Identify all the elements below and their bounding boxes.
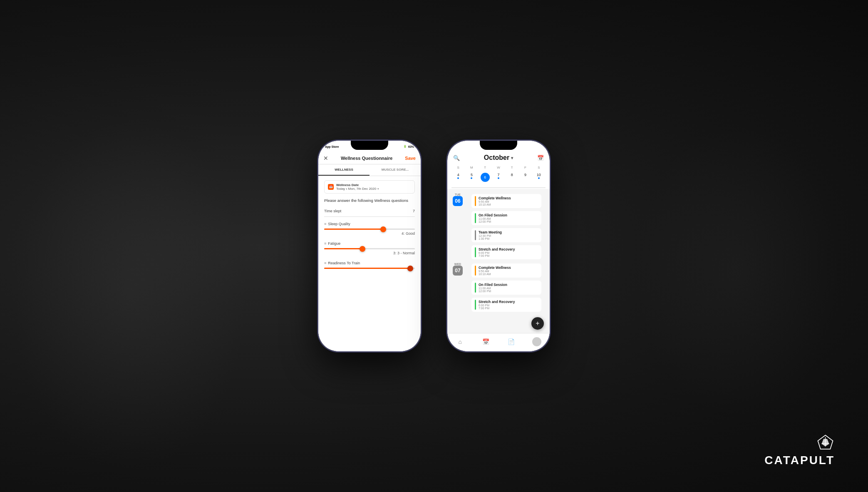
- weekday-s1: S: [451, 165, 465, 170]
- battery-label: 63%: [408, 145, 414, 148]
- tue-events: Complete Wellness 9:50 AM 10:10 AM On Fi…: [467, 193, 546, 260]
- weekday-t1: T: [479, 165, 492, 170]
- month-title: October ▾: [484, 154, 513, 162]
- day-badge-tue: TUE 06: [451, 193, 464, 206]
- fatigue-icon: ≡: [324, 241, 326, 246]
- close-button[interactable]: ✕: [323, 155, 328, 162]
- readiness-slider[interactable]: ≡ Readiness To Train: [324, 261, 415, 269]
- weekday-w: W: [492, 165, 505, 170]
- tab-muscle-soreness[interactable]: MUSCLE SORE...: [370, 164, 421, 176]
- dot-10: [538, 177, 540, 179]
- date-7[interactable]: 7: [492, 172, 505, 185]
- event-content-6: On Filed Session 11:00 AM 12:00 PM: [479, 283, 538, 293]
- event-group-wed: WED 07 Complete Wellness 9:50 AM 10:10 A…: [447, 261, 550, 313]
- profile-avatar: [532, 337, 541, 346]
- event-content-5: Complete Wellness 9:50 AM 10:10 AM: [479, 266, 538, 276]
- wellness-tabs: WELLNESS MUSCLE SORE...: [318, 164, 421, 176]
- date-section[interactable]: 📅 Wellness Date Today • Mon, 7th Dec 202…: [324, 180, 415, 194]
- right-phone: 🔍 October ▾ 📅 S M T W T F S 4: [446, 140, 551, 352]
- event-stretch-2[interactable]: Stretch and Recovery 6:00 PM 7:00 PM: [471, 298, 541, 312]
- content-area: App Store 11:41 🔋 63% ✕ Wellness Questio…: [0, 0, 868, 492]
- event-bar-3: [475, 230, 476, 240]
- event-bar-7: [475, 300, 476, 310]
- home-icon: ⌂: [459, 338, 462, 345]
- readiness-label: Readiness To Train: [328, 261, 360, 265]
- day-badge-wed: WED 07: [451, 263, 464, 276]
- weekday-s2: S: [532, 165, 546, 170]
- day-num-tue: 06: [453, 196, 463, 206]
- phone-notch-left: [351, 141, 388, 150]
- weekday-m: M: [465, 165, 478, 170]
- status-icons-left: 🔋 63%: [403, 145, 414, 148]
- month-label: October: [484, 154, 509, 162]
- bottom-nav: ⌂ 📅 📄: [447, 333, 550, 351]
- wellness-body: 📅 Wellness Date Today • Mon, 7th Dec 202…: [318, 176, 421, 351]
- date-8[interactable]: 8: [505, 172, 518, 185]
- time-slept-field: Time slept 7: [324, 209, 415, 217]
- fatigue-label-row: ≡ Fatigue: [324, 241, 415, 246]
- event-bar-6: [475, 283, 476, 293]
- time-slept-label: Time slept: [324, 209, 341, 213]
- readiness-label-row: ≡ Readiness To Train: [324, 261, 415, 265]
- readiness-fill: [324, 268, 410, 269]
- calendar-separator: [451, 187, 546, 188]
- nav-documents[interactable]: 📄: [506, 336, 517, 348]
- sleep-quality-label: Sleep Quality: [328, 222, 350, 226]
- date-value: Today • Mon, 7th Dec 2020 ▾: [336, 187, 379, 191]
- wellness-question: Please answer the following Wellness que…: [324, 198, 415, 203]
- battery-icon: 🔋: [403, 145, 407, 148]
- event-content-3: Team Meeting 12:30 PM 1:30 PM: [479, 230, 538, 240]
- event-complete-wellness-1[interactable]: Complete Wellness 9:50 AM 10:10 AM: [471, 194, 541, 208]
- sleep-quality-track[interactable]: [324, 229, 415, 230]
- nav-calendar[interactable]: 📅: [480, 336, 491, 348]
- event-complete-wellness-2[interactable]: Complete Wellness 9:50 AM 10:10 AM: [471, 263, 541, 278]
- event-bar-2: [475, 213, 476, 223]
- date-4[interactable]: 4: [451, 172, 465, 185]
- date-5[interactable]: 5: [465, 172, 478, 185]
- fatigue-track[interactable]: [324, 248, 415, 249]
- event-group-tue: TUE 06 Complete Wellness 9:50 AM 10:10 A…: [447, 191, 550, 261]
- date-section-label: Wellness Date: [336, 183, 379, 187]
- readiness-thumb[interactable]: [407, 266, 413, 271]
- wed-events: Complete Wellness 9:50 AM 10:10 AM On Fi…: [467, 263, 546, 313]
- nav-home[interactable]: ⌂: [454, 336, 466, 348]
- event-content-1: Complete Wellness 9:50 AM 10:10 AM: [479, 196, 538, 206]
- event-bar-1: [475, 196, 476, 206]
- sleep-quality-fill: [324, 229, 383, 230]
- event-stretch-1[interactable]: Stretch and Recovery 6:00 PM 7:00 PM: [471, 245, 541, 259]
- calendar-header: 🔍 October ▾ 📅: [447, 152, 550, 165]
- month-dropdown-arrow[interactable]: ▾: [511, 156, 513, 160]
- date-6[interactable]: 6: [479, 172, 492, 185]
- sleep-quality-slider[interactable]: ≡ Sleep Quality 4: Good: [324, 222, 415, 236]
- document-icon: 📄: [508, 338, 515, 345]
- date-9[interactable]: 9: [518, 172, 532, 185]
- calendar-nav-icon[interactable]: 📅: [537, 155, 544, 161]
- wellness-title: Wellness Questionnaire: [341, 156, 393, 161]
- event-on-filed-2[interactable]: On Filed Session 11:00 AM 12:00 PM: [471, 281, 541, 295]
- wellness-header: ✕ Wellness Questionnaire Save: [318, 152, 421, 164]
- event-on-filed-1[interactable]: On Filed Session 11:00 AM 12:00 PM: [471, 211, 541, 225]
- tab-wellness[interactable]: WELLNESS: [318, 164, 370, 176]
- fatigue-slider[interactable]: ≡ Fatigue 3: 3 - Normal: [324, 241, 415, 255]
- calendar-dates: 4 5 6 7 8 9: [447, 172, 550, 185]
- readiness-track[interactable]: [324, 268, 415, 269]
- sleep-quality-thumb[interactable]: [380, 226, 386, 232]
- event-bar-5: [475, 266, 476, 276]
- fatigue-thumb[interactable]: [360, 246, 365, 252]
- date-10[interactable]: 10: [532, 172, 546, 185]
- sleep-quality-label-row: ≡ Sleep Quality: [324, 222, 415, 226]
- events-list: TUE 06 Complete Wellness 9:50 AM 10:10 A…: [447, 189, 550, 333]
- event-content-2: On Filed Session 11:00 AM 12:00 PM: [479, 213, 538, 223]
- nav-profile[interactable]: [531, 336, 543, 348]
- catapult-branding: CATAPULT: [764, 433, 835, 467]
- event-content-4: Stretch and Recovery 6:00 PM 7:00 PM: [479, 247, 538, 257]
- calendar-weekdays: S M T W T F S: [447, 165, 550, 170]
- fab-add-button[interactable]: +: [531, 317, 544, 330]
- search-icon[interactable]: 🔍: [453, 155, 460, 161]
- dot-7: [498, 177, 499, 179]
- time-slept-value: 7: [413, 209, 415, 213]
- event-team-meeting[interactable]: Team Meeting 12:30 PM 1:30 PM: [471, 228, 541, 242]
- catapult-logo-icon: [816, 433, 835, 452]
- save-button[interactable]: Save: [405, 156, 416, 161]
- fatigue-value: 3: 3 - Normal: [324, 251, 415, 255]
